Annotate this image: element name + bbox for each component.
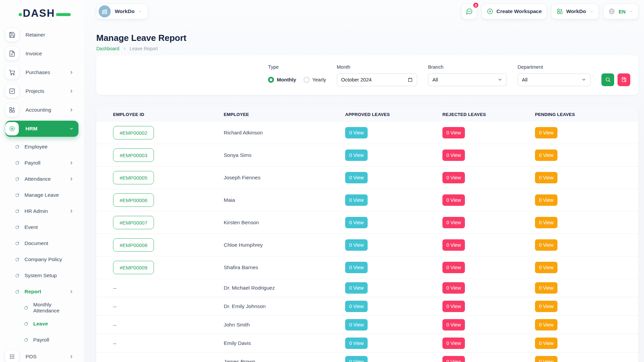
sidebar-item-purchases[interactable]: Purchases	[5, 64, 78, 80]
approved-leaves-view-button[interactable]: 0 View	[345, 217, 368, 228]
sidebar-item-company-policy[interactable]: Company Policy	[5, 252, 78, 267]
sidebar-item-event[interactable]: Event	[5, 220, 78, 235]
chevron-right-icon	[69, 209, 74, 214]
reset-filter-button[interactable]	[618, 73, 630, 86]
workspace-dropdown[interactable]: WorkDo	[551, 4, 599, 19]
sidebar-nav: RetainerInvoicePurchasesProjectsAccounti…	[5, 27, 78, 362]
approved-leaves-view-button[interactable]: 0 View	[345, 239, 368, 251]
rejected-leaves-view-button[interactable]: 0 View	[442, 149, 465, 161]
employee-name: Dr. Emily Johnson	[224, 303, 345, 309]
sidebar-item-attendance[interactable]: Attendance	[5, 172, 78, 186]
pending-leaves-view-button[interactable]: 0 View	[535, 262, 557, 273]
file-off-icon	[621, 77, 627, 82]
sidebar-item-retainer[interactable]: Retainer	[5, 27, 78, 43]
rejected-leaves-view-button[interactable]: 0 View	[442, 172, 465, 183]
pending-leaves-view-button[interactable]: 0 View	[535, 356, 557, 362]
workspace-name: WorkDo	[115, 8, 135, 14]
sidebar-item-hrm[interactable]: HRM	[5, 121, 78, 137]
sidebar-item-label: HR Admin	[24, 208, 48, 214]
sidebar-item-report[interactable]: Report	[5, 284, 78, 299]
pending-leaves-view-button[interactable]: 0 View	[535, 319, 557, 330]
sidebar-item-invoice[interactable]: Invoice	[5, 46, 78, 62]
col-rejected-leaves: REJECTED LEAVES	[442, 112, 535, 117]
rejected-leaves-view-button[interactable]: 0 View	[442, 194, 465, 206]
approved-leaves-view-button[interactable]: 0 View	[345, 172, 368, 183]
employee-id-button[interactable]: #EMP00006	[113, 193, 154, 207]
employee-id-button[interactable]: #EMP00009	[113, 261, 154, 274]
sidebar-item-manage-leave[interactable]: Manage Leave	[5, 188, 78, 202]
approved-leaves-view-button[interactable]: 0 View	[345, 149, 368, 161]
approved-leaves-view-button[interactable]: 0 View	[345, 319, 368, 330]
sidebar-item-monthly-attendance[interactable]: Monthly Attendance	[5, 300, 78, 315]
pending-leaves-view-button[interactable]: 0 View	[535, 217, 557, 228]
sidebar-item-payroll[interactable]: Payroll	[5, 156, 78, 170]
pending-leaves-view-button[interactable]: 0 View	[535, 127, 557, 138]
pending-leaves-view-button[interactable]: 0 View	[535, 194, 557, 206]
bullet-icon	[15, 144, 20, 149]
pos-icon	[5, 350, 19, 362]
sidebar-item-document[interactable]: Document	[5, 236, 78, 251]
table-row: #EMP00006Maia0 View0 View0 View	[96, 189, 638, 212]
branch-filter: Branch All	[428, 64, 507, 86]
month-input[interactable]: October 2024	[337, 73, 417, 86]
sidebar-item-projects[interactable]: Projects	[5, 83, 78, 99]
employee-id-button[interactable]: #EMP00002	[113, 126, 154, 139]
type-radio-group: Monthly Yearly	[268, 73, 326, 86]
rejected-leaves-view-button[interactable]: 0 View	[442, 217, 465, 228]
radio-yearly[interactable]: Yearly	[304, 77, 326, 83]
pending-leaves-view-button[interactable]: 0 View	[535, 172, 557, 183]
employee-name: Dr. Michael Rodriguez	[224, 285, 345, 291]
bullet-icon	[15, 176, 20, 182]
table-row: #EMP00003Sonya Sims0 View0 View0 View	[96, 144, 638, 167]
pending-leaves-view-button[interactable]: 0 View	[535, 338, 557, 349]
pending-leaves-view-button[interactable]: 0 View	[535, 239, 557, 251]
app-logo[interactable]: DASH	[5, 5, 78, 21]
sidebar-item-payroll[interactable]: Payroll	[5, 333, 78, 347]
rejected-leaves-view-button[interactable]: 0 View	[442, 239, 465, 251]
approved-leaves-view-button[interactable]: 0 View	[345, 282, 368, 294]
approved-leaves-view-button[interactable]: 0 View	[345, 194, 368, 206]
branch-select[interactable]: All	[428, 73, 507, 86]
employee-id-button[interactable]: #EMP00008	[113, 238, 154, 252]
rejected-leaves-view-button[interactable]: 0 View	[442, 356, 465, 362]
sidebar-item-hr-admin[interactable]: HR Admin	[5, 204, 78, 219]
create-workspace-button[interactable]: Create Workspace	[482, 4, 547, 19]
pending-leaves-view-button[interactable]: 0 View	[535, 301, 557, 312]
approved-leaves-view-button[interactable]: 0 View	[345, 338, 368, 349]
sidebar-item-accounting[interactable]: Accounting	[5, 102, 78, 118]
employee-name: Chloe Humphrey	[224, 242, 345, 248]
sidebar-item-leave[interactable]: Leave	[5, 316, 78, 331]
invoice-icon	[5, 47, 19, 60]
rejected-leaves-view-button[interactable]: 0 View	[442, 127, 465, 138]
filter-buttons	[601, 73, 630, 86]
approved-leaves-view-button[interactable]: 0 View	[345, 356, 368, 362]
month-filter: Month October 2024	[337, 64, 417, 86]
pending-leaves-view-button[interactable]: 0 View	[535, 282, 557, 294]
approved-leaves-view-button[interactable]: 0 View	[345, 127, 368, 138]
rejected-leaves-view-button[interactable]: 0 View	[442, 301, 465, 312]
radio-monthly[interactable]: Monthly	[268, 77, 296, 83]
rejected-leaves-view-button[interactable]: 0 View	[442, 338, 465, 349]
rejected-leaves-view-button[interactable]: 0 View	[442, 282, 465, 294]
logo-dash-icon	[56, 13, 71, 16]
branch-label: Branch	[428, 64, 507, 70]
sidebar-item-system-setup[interactable]: System Setup	[5, 268, 78, 283]
sidebar-item-employee[interactable]: Employee	[5, 139, 78, 154]
filter-card: Type Monthly Yearly Month October 2024	[96, 55, 638, 95]
rejected-leaves-view-button[interactable]: 0 View	[442, 262, 465, 273]
approved-leaves-view-button[interactable]: 0 View	[345, 262, 368, 273]
rejected-leaves-view-button[interactable]: 0 View	[442, 319, 465, 330]
workspace-selector[interactable]: WorkDo	[96, 4, 148, 19]
language-selector[interactable]: EN	[603, 4, 638, 19]
employee-name: John Smith	[224, 322, 345, 328]
sidebar-item-pos[interactable]: POS	[5, 349, 78, 362]
employee-id-button[interactable]: #EMP00005	[113, 171, 154, 184]
pending-leaves-view-button[interactable]: 0 View	[535, 149, 557, 161]
messages-button[interactable]: 0	[462, 4, 477, 19]
employee-id-button[interactable]: #EMP00003	[113, 148, 154, 162]
department-select[interactable]: All	[518, 73, 591, 86]
employee-id-button[interactable]: #EMP00007	[113, 216, 154, 229]
search-button[interactable]	[601, 73, 614, 86]
approved-leaves-view-button[interactable]: 0 View	[345, 301, 368, 312]
breadcrumb-dashboard-link[interactable]: Dashboard	[96, 46, 119, 51]
